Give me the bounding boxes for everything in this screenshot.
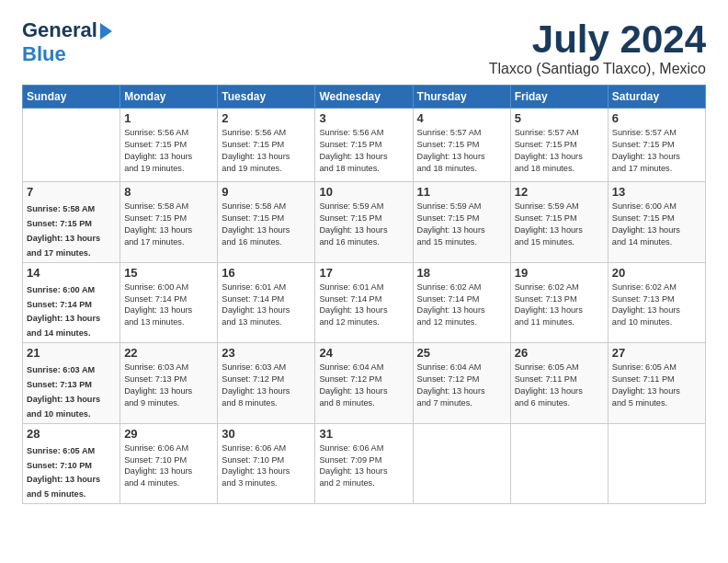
- calendar-cell: 20Sunrise: 6:02 AM Sunset: 7:13 PM Dayli…: [608, 262, 705, 343]
- calendar-cell: 23Sunrise: 6:03 AM Sunset: 7:12 PM Dayli…: [218, 343, 315, 424]
- calendar-cell: 4Sunrise: 5:57 AM Sunset: 7:15 PM Daylig…: [413, 109, 510, 182]
- calendar-cell: 2Sunrise: 5:56 AM Sunset: 7:15 PM Daylig…: [218, 109, 315, 182]
- day-detail: Sunrise: 6:01 AM Sunset: 7:14 PM Dayligh…: [222, 282, 290, 327]
- calendar-cell: 5Sunrise: 5:57 AM Sunset: 7:15 PM Daylig…: [510, 109, 608, 182]
- day-detail: Sunrise: 6:04 AM Sunset: 7:12 PM Dayligh…: [319, 362, 387, 408]
- day-detail: Sunrise: 5:56 AM Sunset: 7:15 PM Dayligh…: [124, 128, 192, 173]
- day-number: 31: [319, 427, 408, 441]
- calendar-cell: 14Sunrise: 6:00 AM Sunset: 7:14 PM Dayli…: [23, 262, 120, 343]
- day-number: 27: [612, 346, 701, 360]
- day-detail: Sunrise: 5:59 AM Sunset: 7:15 PM Dayligh…: [417, 201, 485, 247]
- day-detail: Sunrise: 5:57 AM Sunset: 7:15 PM Dayligh…: [417, 128, 485, 173]
- calendar-cell: 6Sunrise: 5:57 AM Sunset: 7:15 PM Daylig…: [608, 109, 705, 182]
- calendar-week-1: 1Sunrise: 5:56 AM Sunset: 7:15 PM Daylig…: [23, 109, 706, 182]
- calendar-cell: 7Sunrise: 5:58 AM Sunset: 7:15 PM Daylig…: [23, 182, 120, 263]
- day-detail: Sunrise: 6:00 AM Sunset: 7:15 PM Dayligh…: [612, 201, 680, 247]
- day-number: 17: [319, 266, 408, 280]
- day-number: 15: [124, 266, 213, 280]
- day-number: 24: [319, 346, 408, 360]
- logo: General Blue: [22, 18, 112, 66]
- calendar-cell: 12Sunrise: 5:59 AM Sunset: 7:15 PM Dayli…: [510, 182, 608, 263]
- day-number: 6: [612, 111, 701, 125]
- day-detail: Sunrise: 5:57 AM Sunset: 7:15 PM Dayligh…: [612, 128, 680, 173]
- day-detail: Sunrise: 5:59 AM Sunset: 7:15 PM Dayligh…: [319, 201, 387, 247]
- weekday-header-friday: Friday: [510, 86, 608, 109]
- calendar-cell: 15Sunrise: 6:00 AM Sunset: 7:14 PM Dayli…: [120, 262, 218, 343]
- calendar-cell: 29Sunrise: 6:06 AM Sunset: 7:10 PM Dayli…: [120, 423, 218, 504]
- day-number: 9: [222, 185, 311, 199]
- calendar-cell: [608, 423, 705, 504]
- calendar-cell: 25Sunrise: 6:04 AM Sunset: 7:12 PM Dayli…: [413, 343, 510, 424]
- calendar-cell: 19Sunrise: 6:02 AM Sunset: 7:13 PM Dayli…: [510, 262, 608, 343]
- weekday-header-tuesday: Tuesday: [218, 86, 315, 109]
- day-detail: Sunrise: 5:56 AM Sunset: 7:15 PM Dayligh…: [222, 128, 290, 173]
- day-number: 10: [319, 185, 408, 199]
- day-number: 29: [124, 427, 213, 441]
- calendar-cell: 21Sunrise: 6:03 AM Sunset: 7:13 PM Dayli…: [23, 343, 120, 424]
- logo-arrow-icon: [100, 23, 112, 40]
- calendar-cell: 8Sunrise: 5:58 AM Sunset: 7:15 PM Daylig…: [120, 182, 218, 263]
- calendar-cell: [510, 423, 608, 504]
- day-number: 1: [124, 111, 213, 125]
- day-detail: Sunrise: 6:02 AM Sunset: 7:13 PM Dayligh…: [612, 282, 680, 327]
- location-title: Tlaxco (Santiago Tlaxco), Mexico: [489, 61, 706, 77]
- day-detail: Sunrise: 5:57 AM Sunset: 7:15 PM Dayligh…: [515, 128, 583, 173]
- weekday-header-saturday: Saturday: [608, 86, 705, 109]
- day-detail: Sunrise: 6:00 AM Sunset: 7:14 PM Dayligh…: [124, 282, 192, 327]
- day-detail: Sunrise: 6:06 AM Sunset: 7:10 PM Dayligh…: [124, 443, 192, 488]
- day-detail: Sunrise: 6:05 AM Sunset: 7:11 PM Dayligh…: [612, 362, 680, 408]
- day-detail: Sunrise: 5:59 AM Sunset: 7:15 PM Dayligh…: [515, 201, 583, 247]
- day-detail: Sunrise: 6:05 AM Sunset: 7:10 PM Dayligh…: [27, 446, 100, 500]
- weekday-header-thursday: Thursday: [413, 86, 510, 109]
- day-detail: Sunrise: 6:02 AM Sunset: 7:13 PM Dayligh…: [515, 282, 583, 327]
- weekday-header-wednesday: Wednesday: [315, 86, 413, 109]
- day-number: 21: [27, 346, 116, 360]
- calendar-week-2: 7Sunrise: 5:58 AM Sunset: 7:15 PM Daylig…: [23, 182, 706, 263]
- day-detail: Sunrise: 6:05 AM Sunset: 7:11 PM Dayligh…: [515, 362, 583, 408]
- day-detail: Sunrise: 6:06 AM Sunset: 7:10 PM Dayligh…: [222, 443, 290, 488]
- day-number: 22: [124, 346, 213, 360]
- day-detail: Sunrise: 6:03 AM Sunset: 7:12 PM Dayligh…: [222, 362, 290, 408]
- day-number: 12: [515, 185, 604, 199]
- calendar-cell: 28Sunrise: 6:05 AM Sunset: 7:10 PM Dayli…: [23, 423, 120, 504]
- day-number: 11: [417, 185, 506, 199]
- calendar-cell: 27Sunrise: 6:05 AM Sunset: 7:11 PM Dayli…: [608, 343, 705, 424]
- day-number: 13: [612, 185, 701, 199]
- calendar-cell: 24Sunrise: 6:04 AM Sunset: 7:12 PM Dayli…: [315, 343, 413, 424]
- calendar-cell: 10Sunrise: 5:59 AM Sunset: 7:15 PM Dayli…: [315, 182, 413, 263]
- day-number: 26: [515, 346, 604, 360]
- day-number: 3: [319, 111, 408, 125]
- title-area: July 2024 Tlaxco (Santiago Tlaxco), Mexi…: [489, 18, 706, 77]
- page-header: General Blue July 2024 Tlaxco (Santiago …: [22, 18, 706, 77]
- day-detail: Sunrise: 6:03 AM Sunset: 7:13 PM Dayligh…: [27, 365, 100, 419]
- day-number: 2: [222, 111, 311, 125]
- calendar-week-4: 21Sunrise: 6:03 AM Sunset: 7:13 PM Dayli…: [23, 343, 706, 424]
- day-detail: Sunrise: 6:03 AM Sunset: 7:13 PM Dayligh…: [124, 362, 192, 408]
- calendar-cell: [23, 109, 120, 182]
- day-number: 14: [27, 266, 116, 280]
- calendar-cell: 22Sunrise: 6:03 AM Sunset: 7:13 PM Dayli…: [120, 343, 218, 424]
- calendar-cell: 30Sunrise: 6:06 AM Sunset: 7:10 PM Dayli…: [218, 423, 315, 504]
- day-detail: Sunrise: 6:02 AM Sunset: 7:14 PM Dayligh…: [417, 282, 485, 327]
- logo-blue-text: Blue: [22, 42, 66, 65]
- day-detail: Sunrise: 6:01 AM Sunset: 7:14 PM Dayligh…: [319, 282, 387, 327]
- day-detail: Sunrise: 6:04 AM Sunset: 7:12 PM Dayligh…: [417, 362, 485, 408]
- calendar-cell: 18Sunrise: 6:02 AM Sunset: 7:14 PM Dayli…: [413, 262, 510, 343]
- calendar-cell: 13Sunrise: 6:00 AM Sunset: 7:15 PM Dayli…: [608, 182, 705, 263]
- logo-text: General: [22, 18, 97, 42]
- calendar-cell: 3Sunrise: 5:56 AM Sunset: 7:15 PM Daylig…: [315, 109, 413, 182]
- day-number: 28: [27, 427, 116, 441]
- calendar-cell: 9Sunrise: 5:58 AM Sunset: 7:15 PM Daylig…: [218, 182, 315, 263]
- day-number: 30: [222, 427, 311, 441]
- day-number: 5: [515, 111, 604, 125]
- calendar-week-3: 14Sunrise: 6:00 AM Sunset: 7:14 PM Dayli…: [23, 262, 706, 343]
- day-number: 20: [612, 266, 701, 280]
- day-detail: Sunrise: 6:06 AM Sunset: 7:09 PM Dayligh…: [319, 443, 387, 488]
- calendar-cell: 16Sunrise: 6:01 AM Sunset: 7:14 PM Dayli…: [218, 262, 315, 343]
- calendar-cell: 1Sunrise: 5:56 AM Sunset: 7:15 PM Daylig…: [120, 109, 218, 182]
- calendar-cell: 11Sunrise: 5:59 AM Sunset: 7:15 PM Dayli…: [413, 182, 510, 263]
- day-detail: Sunrise: 5:56 AM Sunset: 7:15 PM Dayligh…: [319, 128, 387, 173]
- day-number: 18: [417, 266, 506, 280]
- day-number: 25: [417, 346, 506, 360]
- weekday-header-row: SundayMondayTuesdayWednesdayThursdayFrid…: [23, 86, 706, 109]
